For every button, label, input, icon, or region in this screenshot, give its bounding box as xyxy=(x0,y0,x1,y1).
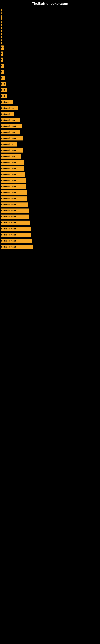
bar-label: B xyxy=(1,53,2,55)
bar-row: Bottleneck result xyxy=(1,178,100,183)
result-bar: Bottleneck result xyxy=(1,239,32,243)
bars-container: |IEBEBoBBBoBoBotBottBottBottlBottlenecBo… xyxy=(0,7,100,252)
result-bar: Bottleneck xyxy=(1,112,14,116)
bar-row: Bottleneck result xyxy=(1,220,100,226)
bar-label: Bottl xyxy=(1,95,5,97)
bar-label: B xyxy=(1,59,2,61)
result-bar: Bo xyxy=(1,46,3,50)
bar-row: Bottleneck xyxy=(1,111,100,117)
result-bar: E xyxy=(1,27,2,32)
bar-label: Bottleneck result xyxy=(1,174,16,176)
bar-row: Bottleneck result xyxy=(1,208,100,214)
bar-label: Bo xyxy=(1,65,3,67)
bar-label: Bottleneck result xyxy=(1,240,16,242)
result-bar: B xyxy=(1,34,2,38)
bar-row: Bottleneck result xyxy=(1,226,100,232)
bar-label: Bottleneck result xyxy=(1,186,16,188)
bar-row: Bottleneck result xyxy=(1,123,100,129)
bar-row: Bottleneck resu xyxy=(1,130,100,135)
bar-label: Bottleneck result xyxy=(1,222,16,224)
bar-label: Bott xyxy=(1,83,5,85)
bar-label: | xyxy=(1,10,1,12)
bar-label: Bot xyxy=(1,77,4,79)
bar-label: Bottleneck result xyxy=(1,198,16,200)
bar-label: Bottleneck xyxy=(1,113,10,115)
result-bar: Bottlenec xyxy=(1,100,13,104)
bar-label: Bott xyxy=(1,89,5,91)
result-bar: Bottleneck resu xyxy=(1,154,21,158)
bar-row: Bottleneck result xyxy=(1,202,100,208)
result-bar: Bottleneck result xyxy=(1,136,23,140)
bar-label: Bo xyxy=(1,71,3,73)
bar-row: Bot xyxy=(1,75,100,81)
bar-row: Bottleneck result xyxy=(1,160,100,165)
bar-row: Bo xyxy=(1,45,100,50)
bar-row: Bottleneck result xyxy=(1,196,100,202)
result-bar: Bott xyxy=(1,82,6,86)
bar-label: Bottleneck result xyxy=(1,125,16,127)
bar-label: Bottleneck result xyxy=(1,204,16,206)
result-bar: Bottleneck result xyxy=(1,226,31,231)
result-bar: Bo xyxy=(1,70,4,74)
bar-row: Bo xyxy=(1,63,100,69)
bar-label: Bottlenec xyxy=(1,101,9,103)
bar-label: E xyxy=(1,28,2,30)
result-bar: E xyxy=(1,40,2,44)
bar-label: Bo xyxy=(1,47,3,49)
result-bar: Bottleneck result xyxy=(1,233,31,237)
bar-row: B xyxy=(1,57,100,62)
result-bar: Bottleneck result xyxy=(1,160,24,164)
result-bar: Bottleneck result xyxy=(1,166,24,171)
bar-label: Bottleneck res xyxy=(1,107,14,109)
bar-row: Bottleneck res xyxy=(1,105,100,111)
site-title: TheBottlenecker.com xyxy=(0,0,100,7)
bar-row: Bo xyxy=(1,69,100,75)
bar-label: Bottleneck re xyxy=(1,143,13,145)
result-bar: Bottleneck result xyxy=(1,184,26,189)
bar-row: Bottl xyxy=(1,93,100,99)
bar-row: E xyxy=(1,27,100,32)
bar-row: I xyxy=(1,21,100,26)
bar-row: Bottleneck re xyxy=(1,142,100,147)
result-bar: Bottleneck result xyxy=(1,178,26,183)
result-bar: Bottleneck result xyxy=(1,172,25,177)
bar-label: Bottleneck result xyxy=(1,180,16,182)
result-bar: Bottleneck re xyxy=(1,142,17,146)
result-bar: Bot xyxy=(1,76,5,80)
bar-row: Bottleneck resu xyxy=(1,117,100,123)
bar-label: Bottleneck result xyxy=(1,228,16,230)
result-bar: Bo xyxy=(1,64,4,68)
bar-row: Bottleneck result xyxy=(1,136,100,141)
bar-row: Bottleneck result xyxy=(1,232,100,238)
bar-row: Bottleneck result xyxy=(1,148,100,153)
result-bar: Bottleneck result xyxy=(1,148,23,152)
bar-row: Bott xyxy=(1,87,100,93)
bar-label: B xyxy=(1,34,2,37)
result-bar xyxy=(1,15,1,20)
bar-row: Bottleneck result xyxy=(1,184,100,190)
bar-row xyxy=(1,15,100,20)
result-bar: Bottleneck result xyxy=(1,214,29,219)
bar-label: Bottleneck result xyxy=(1,234,16,236)
bar-label: Bottleneck resu xyxy=(1,131,15,133)
bar-label: E xyxy=(1,41,2,43)
bar-row: Bott xyxy=(1,81,100,87)
bar-label: Bottleneck result xyxy=(1,210,16,212)
bar-row: E xyxy=(1,39,100,44)
bar-row: B xyxy=(1,51,100,56)
bar-row: Bottleneck result xyxy=(1,190,100,196)
bar-row: Bottleneck result xyxy=(1,238,100,244)
result-bar: Bottleneck result xyxy=(1,190,27,195)
bar-label: Bottleneck resu xyxy=(1,119,15,121)
result-bar: Bottleneck result xyxy=(1,196,27,201)
result-bar: Bottleneck result xyxy=(1,124,22,128)
result-bar: I xyxy=(1,21,1,26)
bar-row: Bottleneck result xyxy=(1,172,100,177)
result-bar: Bott xyxy=(1,88,7,92)
bar-label: Bottleneck result xyxy=(1,192,16,194)
result-bar: Bottleneck resu xyxy=(1,130,20,134)
bar-label: Bottleneck result xyxy=(1,149,16,151)
bar-label: Bottleneck result xyxy=(1,162,16,164)
result-bar: Bottleneck res xyxy=(1,106,18,110)
result-bar: Bottleneck result xyxy=(1,220,30,225)
